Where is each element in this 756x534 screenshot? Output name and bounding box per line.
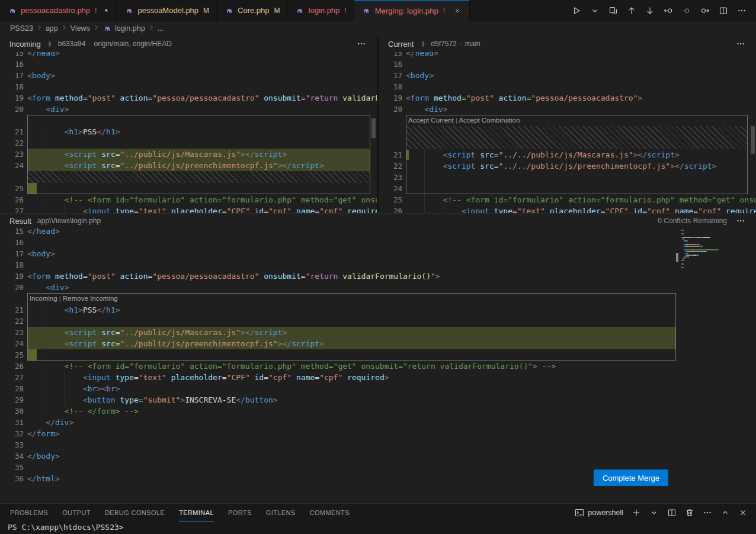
code-line[interactable]: 18 [0, 259, 756, 271]
result-more-icon[interactable] [735, 216, 745, 226]
code-line[interactable]: 25 <!-- <form id="formulario" action="fo… [379, 194, 756, 205]
next-conflict-arrow-down-icon[interactable] [645, 5, 655, 15]
code-line[interactable]: 22 <script src="../../public/js/preenchi… [379, 160, 756, 172]
next-change-icon[interactable] [700, 5, 710, 15]
code-line[interactable]: 15</head> [0, 52, 377, 59]
breadcrumb-item-[interactable]: ... [158, 24, 164, 33]
code-line[interactable]: 28 <br><br> [0, 383, 756, 394]
code-line[interactable]: 31 </div> [0, 417, 756, 428]
code-line[interactable]: 20 <div> [379, 104, 756, 115]
code-line[interactable]: 20 <div> [0, 104, 377, 115]
incoming-scrollbar[interactable] [371, 118, 376, 138]
maximize-panel-button[interactable] [720, 508, 730, 518]
complete-merge-button[interactable]: Complete Merge [594, 469, 668, 486]
code-line[interactable]: 21 <script src="../../public/js/Mascaras… [379, 149, 756, 160]
code-line[interactable]: 25 [0, 349, 756, 361]
code-line[interactable]: 15</head> [379, 52, 756, 59]
current-scrollbar[interactable] [751, 126, 755, 154]
close-panel-button[interactable] [738, 508, 748, 518]
kill-terminal-button[interactable] [684, 508, 694, 518]
panel-tab-terminal[interactable]: TERMINAL [179, 504, 214, 522]
codelens-link-accept-current[interactable]: Accept Current [408, 117, 454, 124]
panel-tab-comments[interactable]: COMMENTS [310, 504, 350, 522]
run-button[interactable] [571, 5, 581, 15]
current-more-icon[interactable] [735, 39, 745, 49]
code-line[interactable]: 20 <div> [0, 282, 756, 293]
code-line[interactable]: 24 <script src="../public/js/preenchimen… [0, 160, 377, 171]
code-line[interactable]: 24 [379, 183, 756, 194]
code-line[interactable]: 29 <button type="submit">INSCREVA-SE</bu… [0, 394, 756, 406]
code-line[interactable]: 24 <script src="../public/js/preenchimen… [0, 338, 756, 349]
breadcrumb-item-login-php[interactable]: login.php [102, 24, 145, 34]
editor-tab-core-php[interactable]: Core.phpM [217, 0, 287, 21]
code-line[interactable]: 17<body> [0, 248, 756, 259]
prev-conflict-arrow-up-icon[interactable] [626, 5, 636, 15]
code-line[interactable]: 17<body> [0, 70, 377, 81]
current-code-area[interactable]: 15</head>1617<body>1819<form method="pos… [379, 52, 756, 213]
code-line[interactable]: 19<form method="post" action="pessoa/pes… [0, 271, 756, 282]
incoming-more-icon[interactable] [356, 39, 366, 49]
editor-tab-pessoamodel-php[interactable]: pessoaModel.phpM [117, 0, 217, 21]
run-dropdown-chevron-icon[interactable] [590, 5, 600, 15]
panel-tab-gitlens[interactable]: GITLENS [266, 504, 296, 522]
codelens-link-accept-combination[interactable]: Accept Combination [459, 117, 520, 124]
prev-change-icon[interactable] [663, 5, 673, 15]
code-line[interactable]: 21 <h1>PSS</h1> [0, 304, 756, 316]
code-line[interactable]: 23 <script src="../public/js/Mascaras.js… [0, 149, 377, 160]
editor-tab-pessoacadastro-php[interactable]: pessoacadastro.php! [0, 0, 117, 21]
more-actions-icon[interactable] [736, 5, 747, 15]
code-line[interactable]: 18 [0, 81, 377, 92]
minimap[interactable] [681, 230, 748, 269]
open-changes-icon[interactable] [608, 5, 618, 15]
overview-cursor-marker [676, 253, 678, 262]
codelens-link-remove-incoming[interactable]: Remove Incoming [63, 295, 118, 302]
code-line[interactable]: 22 [0, 316, 756, 327]
codelens-link-incoming[interactable]: Incoming [30, 295, 57, 302]
code-line[interactable]: 26 <!-- <form id="formulario" action="fo… [0, 194, 377, 205]
result-code-area[interactable]: 15</head>1617<body>1819<form method="pos… [0, 228, 756, 503]
code-line[interactable]: 34</body> [0, 451, 756, 462]
panel-tab-problems[interactable]: PROBLEMS [10, 504, 48, 522]
code-line[interactable]: 30 <!-- </form> --> [0, 406, 756, 417]
code-line[interactable]: 16 [0, 237, 756, 248]
code-line[interactable]: 21 <h1>PSS</h1> [0, 126, 377, 137]
code-line[interactable]: 26 <!-- <form id="formulario" action="fo… [0, 361, 756, 372]
breadcrumb-item-pss23[interactable]: PSS23 [10, 24, 33, 33]
editor-tab-merging-login-php[interactable]: Merging: login.php! [354, 0, 470, 21]
line-number: 15 [379, 52, 402, 59]
close-tab-icon[interactable] [452, 6, 462, 16]
code-line[interactable]: 18 [379, 81, 756, 92]
code-line[interactable]: 16 [0, 59, 377, 70]
terminal-more-actions-button[interactable] [702, 508, 712, 518]
breadcrumb-item-app[interactable]: app [46, 24, 58, 33]
split-editor-icon[interactable] [718, 5, 728, 15]
code-line[interactable]: 23 <script src="../public/js/Mascaras.js… [0, 327, 756, 338]
code-line[interactable]: 15</head> [0, 228, 756, 237]
panel-tab-output[interactable]: OUTPUT [62, 504, 91, 522]
code-line[interactable]: 17<body> [379, 70, 756, 81]
breadcrumb-item-views[interactable]: Views [71, 24, 90, 33]
change-circle-icon[interactable] [681, 5, 691, 15]
code-line[interactable]: 22 [0, 137, 377, 149]
terminal-prompt[interactable]: PS C:\xampp\htdocs\PSS23> [8, 523, 124, 532]
code-line[interactable]: 16 [379, 59, 756, 70]
terminal-profile-tab[interactable]: powershell [574, 508, 623, 518]
panel-tab-debug-console[interactable]: DEBUG CONSOLE [105, 504, 165, 522]
split-terminal-button[interactable] [667, 508, 677, 518]
editor-tab-login-php[interactable]: login.php! [288, 0, 354, 21]
incoming-code-area[interactable]: 15</head>1617<body>1819<form method="pos… [0, 52, 377, 213]
code-line[interactable]: 19<form method="post" action="pessoa/pes… [379, 92, 756, 104]
code-line[interactable]: 27 <input type="text" placeholder="CPF" … [0, 205, 377, 213]
code-line[interactable]: 32</form> [0, 428, 756, 439]
code-line[interactable]: 25 [0, 183, 377, 194]
code-line[interactable]: 27 <input type="text" placeholder="CPF" … [0, 372, 756, 383]
new-terminal-button[interactable] [631, 508, 641, 518]
panel-tab-ports[interactable]: PORTS [228, 504, 252, 522]
unsaved-dot-icon[interactable] [104, 8, 109, 13]
terminal-dropdown-chevron-icon[interactable] [649, 508, 659, 518]
code-line[interactable]: 19<form method="post" action="pessoa/pes… [0, 92, 377, 104]
code-line[interactable]: 26 <input type="text" placeholder="CPF" … [379, 205, 756, 213]
code-line[interactable]: 23 [379, 172, 756, 183]
line-number: 21 [0, 304, 24, 316]
code-line[interactable]: 33 [0, 439, 756, 451]
